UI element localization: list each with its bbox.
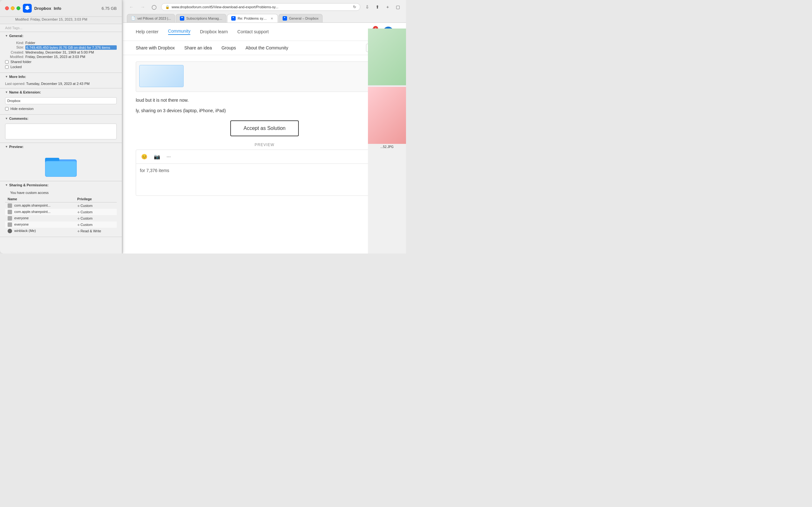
- share-idea-link[interactable]: Share an idea: [184, 43, 212, 52]
- reply-editor[interactable]: 😊 📷 ··· for 7,376 items ◢: [136, 150, 393, 196]
- table-row: everyone ⟡ Custom: [5, 215, 117, 222]
- size-row: Size: 6,749,405,450 bytes (6.76 GB on di…: [5, 45, 117, 50]
- right-sidebar: ...52.JPG: [368, 29, 406, 253]
- tab-close-3[interactable]: ✕: [270, 17, 274, 20]
- contact-support-link[interactable]: Contact support: [237, 29, 269, 34]
- general-section-header[interactable]: ▼ General:: [0, 32, 122, 40]
- sharing-permissions-header[interactable]: ▼ Sharing & Permissions:: [0, 181, 122, 189]
- tab-bar: 📄 vel Pillows of 2023 |... Subscriptions…: [123, 14, 406, 22]
- panel-info-title: Info: [54, 6, 61, 11]
- browser-toolbar: ← → ◯ 🔒 www.dropboxforum.com/t5/View-dow…: [123, 0, 406, 14]
- preview-section-label: PREVIEW: [136, 143, 393, 147]
- accept-as-solution-button[interactable]: Accept as Solution: [230, 120, 299, 136]
- permissions-table: Name Privilege com.apple.sharepoint... ⟡…: [5, 196, 117, 234]
- forum-nav-left: Help center Community Dropbox learn Cont…: [136, 29, 269, 35]
- table-row: com.apple.sharepoint... ⟡ Custom: [5, 209, 117, 215]
- group-icon-3: [8, 216, 12, 221]
- table-row: winblack (Me) ⟡ Read & Write: [5, 228, 117, 234]
- hide-extension-row[interactable]: Hide extension: [5, 107, 117, 111]
- hide-extension-checkbox[interactable]: [5, 107, 9, 111]
- folder-preview-icon: [45, 153, 77, 178]
- more-info-section-content: Last opened: Tuesday, December 19, 2023 …: [0, 80, 122, 89]
- sharing-chevron: ▼: [5, 183, 8, 187]
- forward-button[interactable]: →: [138, 3, 147, 11]
- locked-row[interactable]: Locked: [5, 65, 117, 69]
- shared-folder-label: Shared folder: [10, 60, 32, 64]
- groups-link[interactable]: Groups: [221, 43, 236, 52]
- help-center-link[interactable]: Help center: [136, 29, 159, 34]
- shared-folder-row[interactable]: Shared folder: [5, 60, 117, 64]
- share-button[interactable]: ⬆: [373, 3, 382, 11]
- more-info-section-header[interactable]: ▼ More Info:: [0, 73, 122, 80]
- tab-favicon-4: [283, 16, 287, 20]
- address-bar[interactable]: 🔒 www.dropboxforum.com/t5/View-download-…: [161, 3, 360, 11]
- file-info-panel: Dropbox Info 6.75 GB Modified: Friday, D…: [0, 0, 122, 253]
- tab-3[interactable]: Re: Problems syncing, stalled on... ✕: [227, 14, 278, 22]
- browser-chrome: ← → ◯ 🔒 www.dropboxforum.com/t5/View-dow…: [123, 0, 406, 23]
- privilege-column-header: Privilege: [75, 196, 117, 203]
- svg-rect-7: [283, 16, 287, 20]
- general-section-content: Kind: Folder Size: 6,749,405,450 bytes (…: [0, 40, 122, 73]
- name-column-header: Name: [5, 196, 75, 203]
- download-button[interactable]: ⇩: [363, 3, 372, 11]
- name-extension-header[interactable]: ▼ Name & Extension:: [0, 89, 122, 96]
- post-screenshot: [139, 65, 184, 87]
- editor-content-area[interactable]: for 7,376 items: [136, 164, 393, 195]
- comments-section-header[interactable]: ▼ Comments:: [0, 115, 122, 122]
- camera-button[interactable]: 📷: [153, 153, 161, 161]
- maximize-button[interactable]: [16, 6, 20, 10]
- about-community-link[interactable]: About the Community: [246, 43, 288, 52]
- preview-section-header[interactable]: ▼ Preview:: [0, 143, 122, 151]
- tab-label-1: vel Pillows of 2023 |...: [137, 16, 171, 20]
- svg-rect-6: [231, 16, 236, 20]
- traffic-lights: [5, 6, 20, 10]
- tags-row[interactable]: Add Tags...: [0, 24, 122, 32]
- tab-label-3: Re: Problems syncing, stalled on...: [238, 16, 268, 20]
- general-chevron: ▼: [5, 34, 8, 38]
- modified-row: Modified: Friday, December 15, 2023 at 3…: [5, 55, 117, 59]
- size-label: Size:: [5, 45, 24, 50]
- locked-checkbox[interactable]: [5, 65, 9, 69]
- comments-textarea[interactable]: [5, 124, 117, 139]
- comments-label: Comments:: [9, 117, 29, 120]
- reload-button[interactable]: ↻: [353, 5, 356, 9]
- emoji-button[interactable]: 😊: [140, 153, 149, 161]
- share-with-dropbox-link[interactable]: Share with Dropbox: [136, 43, 175, 52]
- user-icon-5: [8, 229, 12, 233]
- new-tab-button[interactable]: +: [383, 3, 392, 11]
- windows-button[interactable]: ▢: [393, 3, 402, 11]
- minimize-button[interactable]: [11, 6, 14, 10]
- kind-label: Kind:: [5, 41, 24, 45]
- post-image-container: [136, 61, 393, 92]
- sharing-permissions-content: You have custom access Name Privilege co…: [0, 189, 122, 237]
- devices-text: ly, sharing on 3 devices (laptop, iPhone…: [136, 107, 393, 114]
- group-icon-2: [8, 210, 12, 214]
- permissions-privilege-1: ⟡ Custom: [75, 203, 117, 209]
- forum-subnav: Share with Dropbox Share an idea Groups …: [123, 41, 406, 55]
- history-button[interactable]: ◯: [150, 3, 159, 11]
- created-row: Created: Wednesday, December 31, 1969 at…: [5, 50, 117, 54]
- community-link[interactable]: Community: [168, 29, 191, 35]
- shared-folder-checkbox[interactable]: [5, 60, 9, 64]
- forum-content: Help center Community Dropbox learn Cont…: [123, 23, 406, 248]
- more-options-button[interactable]: ···: [165, 153, 172, 161]
- back-button[interactable]: ←: [127, 3, 136, 11]
- permissions-name-5: winblack (Me): [5, 228, 75, 234]
- panel-titlebar: Dropbox Info 6.75 GB: [0, 0, 122, 17]
- address-text: www.dropboxforum.com/t5/View-download-an…: [171, 5, 351, 9]
- tab-2[interactable]: Subscriptions Management | Dr...: [176, 14, 226, 22]
- locked-label: Locked: [10, 65, 21, 69]
- close-button[interactable]: [5, 6, 9, 10]
- filename-input[interactable]: [5, 97, 117, 104]
- reply-toolbar: 😊 📷 ···: [136, 150, 393, 164]
- group-icon-1: [8, 204, 12, 208]
- tab-4[interactable]: General – Dropbox: [278, 14, 322, 22]
- custom-access-text: You have custom access: [5, 190, 117, 196]
- dropbox-learn-link[interactable]: Dropbox learn: [200, 29, 228, 34]
- forum-nav: Help center Community Dropbox learn Cont…: [123, 23, 406, 41]
- comments-chevron: ▼: [5, 117, 8, 120]
- preview-section-content: [0, 151, 122, 181]
- modified-label: Modified:: [5, 55, 24, 59]
- tab-1[interactable]: 📄 vel Pillows of 2023 |...: [127, 14, 175, 22]
- permissions-privilege-4: ⟡ Custom: [75, 222, 117, 228]
